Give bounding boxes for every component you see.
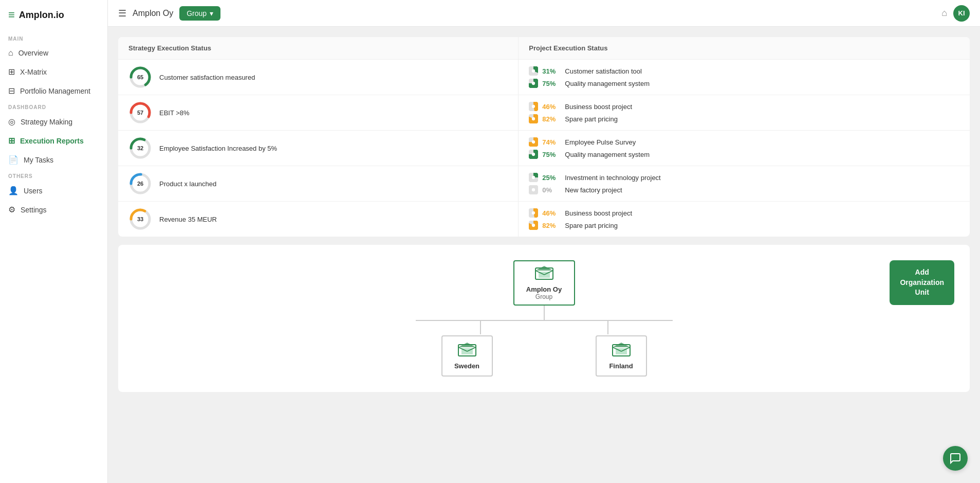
chat-button[interactable] <box>943 446 968 471</box>
col2-header: Project Execution Status <box>519 37 970 60</box>
sidebar-item-portfolio[interactable]: ⊟ Portfolio Management <box>0 81 107 100</box>
pct-value: 31% <box>542 67 561 75</box>
execution-icon: ⊞ <box>8 136 15 146</box>
org-node-sweden[interactable]: Sweden <box>441 335 493 377</box>
project-item: 82% Spare part pricing <box>529 219 959 231</box>
add-org-unit-button[interactable]: AddOrganizationUnit <box>890 260 954 305</box>
sidebar-item-settings[interactable]: ⚙ Settings <box>0 200 107 219</box>
project-cell: 74% Employee Pulse Survey 75% Quality ma… <box>519 131 970 166</box>
project-item: 46% Business boost project <box>529 100 959 113</box>
org-chart-card: AddOrganizationUnit Amplon Oy G <box>118 245 970 392</box>
project-item: 75% Quality management system <box>529 77 959 90</box>
project-name: Quality management system <box>565 80 650 87</box>
project-cell: 46% Business boost project 82% Spare par… <box>519 95 970 131</box>
sidebar: ≡ Amplon.io MAIN ⌂ Overview ⊞ X-Matrix ⊟… <box>0 0 108 483</box>
donut-label: 57 <box>137 110 143 116</box>
mini-pie <box>529 173 538 182</box>
strategy-row: 26 Product x launched <box>128 172 508 195</box>
sidebar-item-execution-reports[interactable]: ⊞ Execution Reports <box>0 131 107 150</box>
sidebar-item-strategy-making[interactable]: ◎ Strategy Making <box>0 112 107 131</box>
project-name: Business boost project <box>565 209 632 217</box>
avatar[interactable]: KI <box>953 5 970 22</box>
mini-pie <box>529 150 538 159</box>
strategy-name: Customer satisfaction measured <box>159 74 255 81</box>
project-cell: 46% Business boost project 82% Spare par… <box>519 202 970 237</box>
org-root-sub: Group <box>535 293 552 300</box>
project-item: 31% Customer satisfaction tool <box>529 65 959 77</box>
mini-pie <box>529 79 538 88</box>
strategy-cell: 33 Revenue 35 MEUR <box>118 202 519 237</box>
pct-value: 82% <box>542 115 561 123</box>
execution-table: Strategy Execution Status Project Execut… <box>118 37 970 237</box>
main-content: ☰ Amplon Oy Group ▾ ⌂ KI Strategy Execut… <box>108 0 980 483</box>
mini-pie <box>529 102 538 111</box>
mini-pie <box>529 185 538 194</box>
strategy-cell: 57 EBIT >8% <box>118 95 519 131</box>
dropdown-icon: ▾ <box>210 9 213 17</box>
xmatrix-icon: ⊞ <box>8 67 15 77</box>
project-name: Quality management system <box>565 151 650 158</box>
pct-value: 82% <box>542 222 561 229</box>
donut-label: 32 <box>137 145 143 151</box>
org-sweden-icon <box>458 342 476 360</box>
sidebar-item-label: Portfolio Management <box>20 87 90 95</box>
donut-chart: 65 <box>128 65 152 89</box>
sidebar-item-my-tasks[interactable]: 📄 My Tasks <box>0 150 107 169</box>
org-name: Amplon Oy <box>133 9 173 18</box>
sidebar-item-label: X-Matrix <box>20 68 47 76</box>
group-label: Group <box>187 9 207 17</box>
home-icon[interactable]: ⌂ <box>941 8 947 19</box>
project-item: 74% Employee Pulse Survey <box>529 136 959 148</box>
donut-chart: 32 <box>128 136 152 160</box>
sidebar-item-label: Settings <box>21 206 47 214</box>
group-button[interactable]: Group ▾ <box>179 6 220 21</box>
project-name: Investment in technology project <box>565 174 660 182</box>
overview-icon: ⌂ <box>8 48 13 58</box>
table-row: 33 Revenue 35 MEUR 46% Business boost pr… <box>118 202 970 237</box>
org-tree: Amplon Oy Group <box>128 260 959 377</box>
org-children-row: Sweden Finland <box>441 335 647 377</box>
users-icon: 👤 <box>8 186 19 195</box>
sidebar-item-xmatrix[interactable]: ⊞ X-Matrix <box>0 62 107 81</box>
project-name: Customer satisfaction tool <box>565 67 642 75</box>
org-node-root[interactable]: Amplon Oy Group <box>513 260 575 306</box>
pct-value: 25% <box>542 174 561 182</box>
project-name: Business boost project <box>565 103 632 111</box>
section-label-dashboard: DASHBOARD <box>0 100 107 112</box>
org-node-finland[interactable]: Finland <box>596 335 647 377</box>
sidebar-item-users[interactable]: 👤 Users <box>0 181 107 200</box>
topbar: ☰ Amplon Oy Group ▾ ⌂ KI <box>108 0 980 27</box>
donut-label: 65 <box>137 74 143 80</box>
project-name: Spare part pricing <box>565 222 618 229</box>
donut-label: 26 <box>137 181 143 187</box>
donut-chart: 26 <box>128 172 152 195</box>
mini-pie <box>529 66 538 76</box>
sidebar-logo: ≡ Amplon.io <box>0 8 107 32</box>
donut-chart: 33 <box>128 207 152 231</box>
project-name: Employee Pulse Survey <box>565 138 636 146</box>
org-root-name: Amplon Oy <box>526 285 562 293</box>
project-name: Spare part pricing <box>565 115 618 123</box>
table-row: 26 Product x launched 25% Investment in … <box>118 166 970 202</box>
pct-value: 74% <box>542 138 561 146</box>
mini-pie <box>529 208 538 218</box>
sidebar-item-label: My Tasks <box>24 156 53 164</box>
strategy-name: EBIT >8% <box>159 109 190 117</box>
donut-label: 33 <box>137 216 143 222</box>
pct-value: 46% <box>542 103 561 111</box>
project-item: 82% Spare part pricing <box>529 113 959 125</box>
strategy-row: 65 Customer satisfaction measured <box>128 65 508 89</box>
donut-chart: 57 <box>128 101 152 124</box>
menu-icon[interactable]: ☰ <box>118 8 126 19</box>
org-sweden-name: Sweden <box>454 362 479 370</box>
sidebar-item-overview[interactable]: ⌂ Overview <box>0 44 107 62</box>
sidebar-item-label: Strategy Making <box>21 118 72 126</box>
org-finland-name: Finland <box>609 362 633 370</box>
project-item: 75% Quality management system <box>529 148 959 160</box>
strategy-name: Employee Satisfaction Increased by 5% <box>159 145 277 152</box>
section-label-others: OTHERS <box>0 169 107 181</box>
table-row: 65 Customer satisfaction measured 31% Cu… <box>118 60 970 95</box>
pct-value: 46% <box>542 209 561 217</box>
portfolio-icon: ⊟ <box>8 86 15 96</box>
strategy-cell: 32 Employee Satisfaction Increased by 5% <box>118 131 519 166</box>
